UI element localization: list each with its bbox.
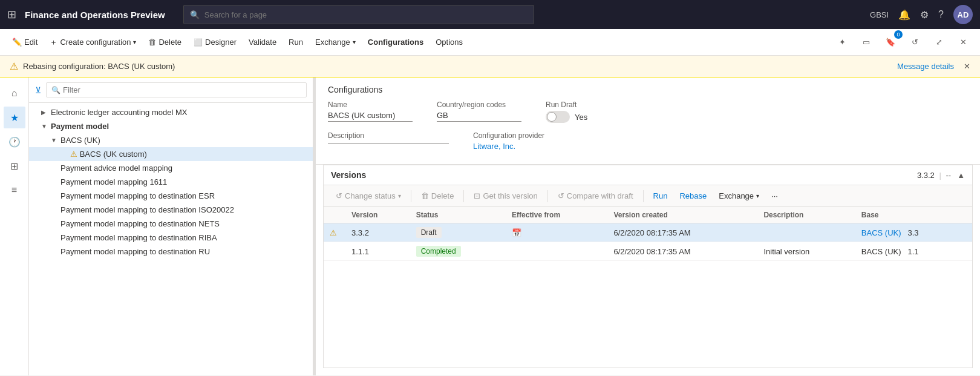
tree-item-electronic-ledger[interactable]: ▶ Electronic ledger accounting model MX [29, 105, 313, 119]
warning-icon: ⚠ [10, 61, 18, 72]
bookmark-icon[interactable]: 🔖 0 [881, 33, 900, 52]
tree-item-payment-model-dest-ru[interactable]: Payment model mapping to destination RU [29, 245, 313, 259]
designer-button[interactable]: ⬜ Designer [189, 35, 241, 49]
sidebar-home-icon[interactable]: ⌂ [4, 82, 25, 104]
tree-filter-icon[interactable]: ⊻ [35, 85, 41, 95]
tree-item-payment-model-dest-iso20022[interactable]: Payment model mapping to destination ISO… [29, 203, 313, 217]
content-header: Configurations Name BACS (UK custom) Cou… [316, 78, 980, 165]
tree-item-payment-model-dest-riba[interactable]: Payment model mapping to destination RIB… [29, 231, 313, 245]
change-status-chevron-icon: ▾ [398, 193, 401, 199]
row-version-2: 1.1.1 [345, 242, 410, 261]
country-label: Country/region codes [437, 101, 521, 109]
sidebar-icons: ⌂ ★ 🕐 ⊞ ≡ [0, 78, 29, 375]
name-value: BACS (UK custom) [328, 111, 413, 122]
description-value [328, 142, 449, 143]
row-description-1 [757, 223, 855, 242]
compare-with-draft-button[interactable]: ↺ Compare with draft [553, 189, 638, 203]
toolbar-divider-4 [643, 190, 644, 202]
notifications-icon[interactable]: 🔔 [898, 9, 910, 21]
settings-icon[interactable]: ⚙ [920, 9, 929, 21]
create-configuration-button[interactable]: ＋ Create configuration ▾ [45, 35, 141, 50]
status-badge-completed: Completed [416, 246, 461, 257]
tree-toolbar: ⊻ 🔍 [29, 78, 313, 103]
validate-button[interactable]: Validate [244, 35, 281, 49]
options-button[interactable]: Options [431, 35, 468, 49]
configurations-button[interactable]: Configurations [363, 35, 428, 49]
toolbar-divider-1 [411, 190, 411, 202]
content-panel: Configurations Name BACS (UK custom) Cou… [316, 78, 980, 375]
top-nav-right: GBSI 🔔 ⚙ ? AD [870, 5, 973, 24]
search-box[interactable]: 🔍 [183, 5, 534, 24]
col-effective-from: Effective from [506, 207, 607, 223]
tree-item-payment-model[interactable]: ▼ Payment model [29, 119, 313, 133]
close-icon[interactable]: ✕ [953, 33, 973, 52]
calendar-icon[interactable]: 📅 [512, 228, 521, 237]
tree-item-bacs-uk[interactable]: ▼ BACS (UK) [29, 133, 313, 147]
table-row[interactable]: 1.1.1 Completed 6/2/2020 08:17:35 AM Ini… [324, 242, 972, 261]
tree-item-bacs-uk-custom[interactable]: ⚠ BACS (UK custom) [29, 147, 313, 161]
sidebar-list-icon[interactable]: ≡ [4, 179, 25, 201]
sidebar-modules-icon[interactable]: ⊞ [4, 155, 25, 177]
user-avatar[interactable]: AD [953, 5, 973, 24]
form-group-country: Country/region codes GB [437, 101, 521, 123]
table-row[interactable]: ⚠ 3.3.2 Draft 📅 6/2/2020 08:17:35 AM [324, 223, 972, 242]
designer-icon: ⬜ [194, 38, 203, 47]
col-base: Base [855, 207, 972, 223]
form-group-config-provider: Configuration provider Litware, Inc. [473, 131, 558, 151]
search-input[interactable] [204, 10, 528, 19]
help-icon[interactable]: ? [938, 9, 944, 20]
customize-icon[interactable]: ✦ [832, 33, 852, 52]
sidebar-recent-icon[interactable]: 🕐 [4, 131, 25, 153]
versions-exchange-button[interactable]: Exchange ▾ [714, 189, 764, 203]
versions-toolbar: ↺ Change status ▾ 🗑 Delete ⊡ Get this ve… [324, 185, 972, 207]
rebase-button[interactable]: Rebase [675, 189, 711, 203]
expand-icon: ▶ [41, 109, 48, 116]
tree-filter-input[interactable] [63, 85, 301, 94]
versions-header: Versions 3.3.2 | -- ▲ [324, 165, 972, 185]
get-this-version-button[interactable]: ⊡ Get this version [469, 189, 542, 203]
row-version-created-1: 6/2/2020 08:17:35 AM [607, 223, 757, 242]
status-badge-draft: Draft [416, 227, 442, 238]
more-actions-button[interactable]: ··· [766, 189, 783, 203]
bacs-uk-custom-label: BACS (UK custom) [80, 150, 147, 159]
row-version-created-2: 6/2/2020 08:17:35 AM [607, 242, 757, 261]
main-layout: ⌂ ★ 🕐 ⊞ ≡ ⊻ 🔍 ▶ Electronic ledger accoun… [0, 78, 980, 375]
banner-close-icon[interactable]: ✕ [964, 62, 970, 71]
versions-delete-button[interactable]: 🗑 Delete [416, 189, 459, 203]
version-nav: 3.3.2 | -- ▲ [917, 171, 965, 180]
versions-run-button[interactable]: Run [648, 189, 673, 203]
edit-button[interactable]: ✏️ Edit [7, 35, 42, 49]
versions-delete-icon: 🗑 [421, 191, 429, 200]
base-version-2: 1.1 [907, 247, 918, 256]
col-version-created: Version created [607, 207, 757, 223]
tree-item-payment-model-dest-nets[interactable]: Payment model mapping to destination NET… [29, 217, 313, 231]
change-status-button[interactable]: ↺ Change status ▾ [331, 189, 406, 203]
version-up-icon[interactable]: ▲ [957, 171, 965, 180]
versions-data-table: Version Status Effective from Version cr… [324, 207, 972, 261]
refresh-icon[interactable]: ↺ [905, 33, 924, 52]
run-draft-toggle[interactable] [546, 111, 570, 123]
exchange-chevron-icon: ▾ [756, 193, 759, 199]
toggle-group: Yes [546, 111, 630, 123]
config-provider-link[interactable]: Litware, Inc. [473, 142, 558, 151]
filter-input-box: 🔍 [46, 82, 307, 97]
run-button[interactable]: Run [284, 35, 308, 49]
form-group-description: Description [328, 131, 449, 151]
panel-icon[interactable]: ▭ [857, 33, 876, 52]
row-base-1: BACS (UK) 3.3 [855, 223, 972, 242]
base-link-1[interactable]: BACS (UK) [861, 228, 901, 237]
versions-table: Version Status Effective from Version cr… [324, 207, 972, 368]
message-details-link[interactable]: Message details [897, 62, 954, 71]
warning-banner: ⚠ Rebasing configuration: BACS (UK custo… [0, 56, 980, 78]
col-description: Description [757, 207, 855, 223]
tree-item-payment-advice[interactable]: Payment advice model mapping [29, 161, 313, 175]
delete-button[interactable]: 🗑 Delete [143, 35, 186, 49]
app-grid-icon[interactable]: ⊞ [7, 8, 16, 21]
base-version-1: 3.3 [907, 228, 918, 237]
form-group-run-draft: Run Draft Yes [546, 101, 630, 123]
tree-item-payment-model-1611[interactable]: Payment model mapping 1611 [29, 175, 313, 189]
exchange-button[interactable]: Exchange ▾ [310, 35, 361, 49]
sidebar-star-icon[interactable]: ★ [4, 107, 25, 128]
fullscreen-icon[interactable]: ⤢ [929, 33, 949, 52]
tree-item-payment-model-dest-esr[interactable]: Payment model mapping to destination ESR [29, 189, 313, 203]
